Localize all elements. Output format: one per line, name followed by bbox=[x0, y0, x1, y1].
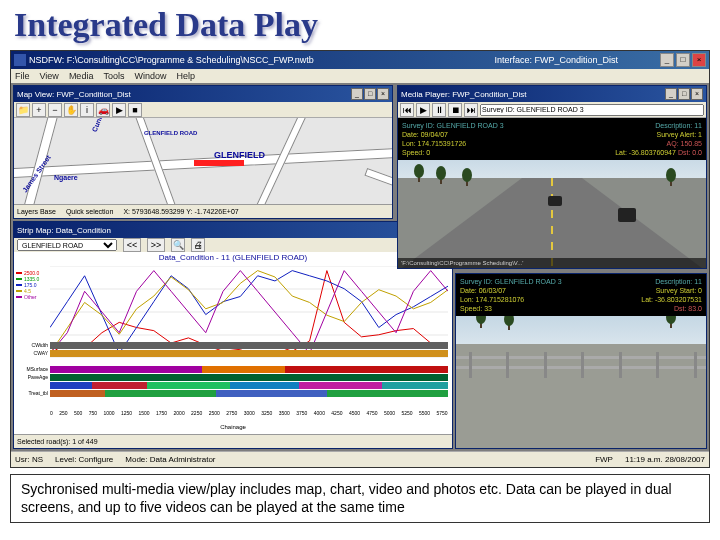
map-quicksel-label[interactable]: Quick selection bbox=[66, 208, 113, 215]
status-user: Usr: NS bbox=[15, 455, 43, 464]
map-min-button[interactable]: _ bbox=[351, 88, 363, 100]
media1-close-button[interactable]: × bbox=[691, 88, 703, 100]
status-fwp: FWP bbox=[595, 455, 613, 464]
map-open-icon[interactable]: 📁 bbox=[16, 103, 30, 117]
stripmap-window: Strip Map: Data_Condition _ □ × GLENFIEL… bbox=[13, 221, 453, 449]
map-window-title: Map View: FWP_Condition_Dist bbox=[17, 90, 131, 99]
media1-overlay: Survey ID: GLENFIELD ROAD 3 Description:… bbox=[398, 118, 706, 160]
menu-media[interactable]: Media bbox=[69, 71, 94, 81]
media1-footer: 'F:\Consulting\CC\Programme Scheduling\V… bbox=[398, 258, 706, 268]
map-zoomin-icon[interactable]: + bbox=[32, 103, 46, 117]
map-zoomout-icon[interactable]: − bbox=[48, 103, 62, 117]
map-layers-label[interactable]: Layers Base bbox=[17, 208, 56, 215]
interface-label: Interface: FWP_Condition_Dist bbox=[494, 55, 618, 65]
media2-overlay: Survey ID: GLENFIELD ROAD 3 Description:… bbox=[456, 274, 706, 316]
app-title-text: NSDFW: F:\Consulting\CC\Programme & Sche… bbox=[29, 55, 314, 65]
status-time: 11:19 a.m. 28/08/2007 bbox=[625, 455, 705, 464]
chart-xaxis: 0250500750100012501500175020002250250027… bbox=[50, 410, 448, 418]
menu-file[interactable]: File bbox=[15, 71, 30, 81]
main-app-window: NSDFW: F:\Consulting\CC\Programme & Sche… bbox=[10, 50, 710, 468]
menu-window[interactable]: Window bbox=[134, 71, 166, 81]
stripmap-selected-text: Selected road(s): 1 of 449 bbox=[17, 438, 98, 445]
map-close-button[interactable]: × bbox=[377, 88, 389, 100]
map-max-button[interactable]: □ bbox=[364, 88, 376, 100]
menu-tools[interactable]: Tools bbox=[103, 71, 124, 81]
stripmap-road-select[interactable]: GLENFIELD ROAD bbox=[17, 239, 117, 251]
map-glenfield-rd-label: GLENFIELD ROAD bbox=[144, 130, 197, 136]
map-selected-segment bbox=[194, 160, 244, 166]
map-toolbar: 📁 + − ✋ i 🚗 ▶ ■ bbox=[14, 102, 392, 118]
media1-video-frame[interactable]: Survey ID: GLENFIELD ROAD 3 Description:… bbox=[398, 118, 706, 268]
mdi-area: Map View: FWP_Condition_Dist _ □ × 📁 + −… bbox=[11, 83, 709, 451]
chart-xlabel: Chainage bbox=[14, 424, 452, 430]
minimize-button[interactable]: _ bbox=[660, 53, 674, 67]
map-cunningham-label: Cunningham bbox=[91, 118, 114, 133]
map-glenfield-label: GLENFIELD bbox=[214, 150, 265, 160]
map-car-icon[interactable]: 🚗 bbox=[96, 103, 110, 117]
stripmap-toolbar: GLENFIELD ROAD << >> 🔍 🖨 bbox=[14, 238, 452, 252]
map-canvas[interactable]: GLENFIELD GLENFIELD ROAD Cunningham Jame… bbox=[14, 118, 392, 204]
media1-play-icon[interactable]: ▶ bbox=[416, 103, 430, 117]
chart-legend: 2500.01335.0175.04.5Other bbox=[16, 270, 48, 300]
stripmap-zoom-icon[interactable]: 🔍 bbox=[171, 238, 185, 252]
menu-help[interactable]: Help bbox=[176, 71, 195, 81]
map-coords: X: 5793648.593299 Y: -1.74226E+07 bbox=[123, 208, 238, 215]
maximize-button[interactable]: □ bbox=[676, 53, 690, 67]
stripmap-prev-button[interactable]: << bbox=[123, 238, 141, 252]
media1-max-button[interactable]: □ bbox=[678, 88, 690, 100]
media2-video-frame[interactable]: Survey ID: GLENFIELD ROAD 3 Description:… bbox=[456, 274, 706, 448]
app-menubar: File View Media Tools Window Help bbox=[11, 69, 709, 83]
slide-caption: Sychronised multi-media view/play includ… bbox=[10, 474, 710, 523]
media-window-2: Survey ID: GLENFIELD ROAD 3 Description:… bbox=[455, 273, 707, 449]
map-window: Map View: FWP_Condition_Dist _ □ × 📁 + −… bbox=[13, 85, 393, 219]
railing bbox=[456, 352, 706, 382]
map-ngaere-label: Ngaere bbox=[54, 174, 78, 181]
media1-titlebar[interactable]: Media Player: FWP_Condition_Dist _ □ × bbox=[398, 86, 706, 102]
chart-body: Data_Condition - 11 (GLENFIELD ROAD) 250… bbox=[14, 252, 452, 434]
media1-prev-icon[interactable]: ⏮ bbox=[400, 103, 414, 117]
map-stop-icon[interactable]: ■ bbox=[128, 103, 142, 117]
media1-pause-icon[interactable]: ⏸ bbox=[432, 103, 446, 117]
close-button[interactable]: × bbox=[692, 53, 706, 67]
media1-stop-icon[interactable]: ⏹ bbox=[448, 103, 462, 117]
chart-bands: CWidthCWAYMSurfacePaveAgeTreat_tbl bbox=[50, 342, 448, 406]
app-icon bbox=[14, 54, 26, 66]
map-titlebar[interactable]: Map View: FWP_Condition_Dist _ □ × bbox=[14, 86, 392, 102]
map-footer: Layers Base Quick selection X: 5793648.5… bbox=[14, 204, 392, 218]
map-info-icon[interactable]: i bbox=[80, 103, 94, 117]
stripmap-titlebar[interactable]: Strip Map: Data_Condition _ □ × bbox=[14, 222, 452, 238]
media1-next-icon[interactable]: ⏭ bbox=[464, 103, 478, 117]
status-level: Level: Configure bbox=[55, 455, 113, 464]
app-titlebar: NSDFW: F:\Consulting\CC\Programme & Sche… bbox=[11, 51, 709, 69]
status-mode: Mode: Data Administrator bbox=[125, 455, 215, 464]
media1-toolbar: ⏮ ▶ ⏸ ⏹ ⏭ bbox=[398, 102, 706, 118]
stripmap-next-button[interactable]: >> bbox=[147, 238, 165, 252]
menu-view[interactable]: View bbox=[40, 71, 59, 81]
media1-title: Media Player: FWP_Condition_Dist bbox=[401, 90, 526, 99]
media1-path-input[interactable] bbox=[480, 104, 704, 116]
stripmap-print-icon[interactable]: 🖨 bbox=[191, 238, 205, 252]
stripmap-footer: Selected road(s): 1 of 449 bbox=[14, 434, 452, 448]
media1-min-button[interactable]: _ bbox=[665, 88, 677, 100]
app-statusbar: Usr: NS Level: Configure Mode: Data Admi… bbox=[11, 451, 709, 467]
slide-title: Integrated Data Play bbox=[0, 0, 720, 50]
stripmap-title: Strip Map: Data_Condition bbox=[17, 226, 111, 235]
map-pan-icon[interactable]: ✋ bbox=[64, 103, 78, 117]
map-play-icon[interactable]: ▶ bbox=[112, 103, 126, 117]
chart-title: Data_Condition - 11 (GLENFIELD ROAD) bbox=[14, 252, 452, 263]
media-window-1: Media Player: FWP_Condition_Dist _ □ × ⏮… bbox=[397, 85, 707, 269]
